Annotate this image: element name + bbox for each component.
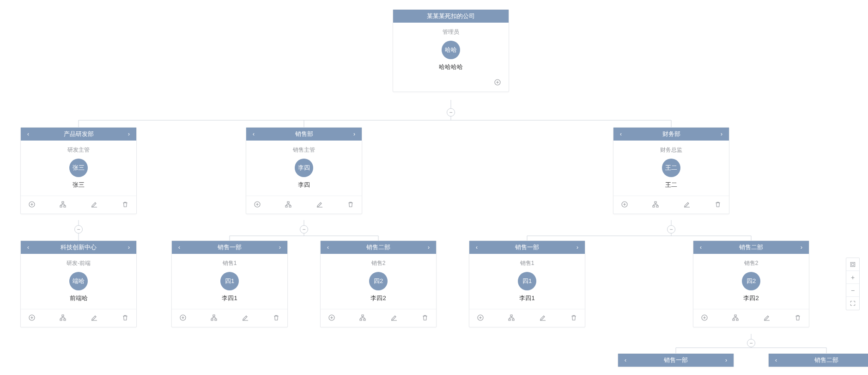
avatar: 四1 <box>518 272 536 290</box>
next-sibling-button[interactable]: › <box>274 241 285 254</box>
role-label: 管理员 <box>398 28 504 36</box>
node-footer <box>21 309 136 327</box>
prev-sibling-button[interactable]: ‹ <box>23 241 34 254</box>
prev-sibling-button[interactable]: ‹ <box>248 128 259 141</box>
node-header: ‹ 财务部 › <box>613 128 729 141</box>
next-sibling-button[interactable]: › <box>572 241 583 254</box>
collapse-toggle[interactable]: − <box>667 225 675 234</box>
org-node-root: 某某某死扣的公司 管理员 哈哈 哈哈哈哈 <box>393 9 509 92</box>
add-button[interactable] <box>476 313 485 322</box>
edit-button[interactable] <box>315 200 324 209</box>
node-body: 销售1 四1 李四1 <box>172 254 287 309</box>
add-button[interactable] <box>620 200 629 209</box>
node-footer <box>321 309 436 327</box>
collapse-toggle[interactable]: − <box>747 339 755 347</box>
prev-sibling-button[interactable]: ‹ <box>174 241 185 254</box>
next-sibling-button[interactable]: › <box>123 128 134 141</box>
hierarchy-button[interactable] <box>58 313 67 322</box>
edit-button[interactable] <box>762 313 771 322</box>
collapse-toggle[interactable]: − <box>74 225 83 234</box>
hierarchy-button[interactable] <box>651 200 660 209</box>
svg-rect-36 <box>287 202 289 203</box>
org-node-sales-a1: ‹ 销售一部 › 销售1 四1 李四1 <box>171 240 288 327</box>
next-sibling-button[interactable]: › <box>123 241 134 254</box>
svg-rect-58 <box>62 315 64 316</box>
add-button[interactable] <box>27 200 36 209</box>
hierarchy-button[interactable] <box>358 313 367 322</box>
avatar: 四2 <box>369 272 388 290</box>
role-label: 研发-前端 <box>25 259 132 267</box>
edit-button[interactable] <box>241 313 250 322</box>
hierarchy-button[interactable] <box>58 200 67 209</box>
add-button[interactable] <box>327 313 336 322</box>
org-node-level4-1: ‹ 销售一部 › <box>618 353 734 367</box>
node-footer <box>172 309 287 327</box>
node-footer <box>469 309 585 327</box>
next-sibling-button[interactable]: › <box>721 354 732 367</box>
node-header: ‹ 销售一部 › <box>618 354 734 367</box>
node-footer <box>613 196 729 214</box>
delete-button[interactable] <box>121 313 130 322</box>
prev-sibling-button[interactable]: ‹ <box>23 128 34 141</box>
prev-sibling-button[interactable]: ‹ <box>322 241 334 254</box>
node-footer <box>393 78 509 92</box>
next-sibling-button[interactable]: › <box>349 128 360 141</box>
prev-sibling-button[interactable]: ‹ <box>695 241 706 254</box>
minus-icon: − <box>302 227 305 232</box>
edit-button[interactable] <box>90 200 99 209</box>
person-name: 李四2 <box>698 294 804 302</box>
org-node-sales: ‹ 销售部 › 销售主管 李四 李四 <box>246 127 362 214</box>
minus-icon: − <box>669 227 673 232</box>
collapse-toggle[interactable]: − <box>300 225 308 234</box>
node-body: 销售2 四2 李四2 <box>321 254 436 309</box>
delete-button[interactable] <box>793 313 802 322</box>
person-name: 哈哈哈哈 <box>398 63 504 71</box>
delete-button[interactable] <box>121 200 130 209</box>
svg-rect-26 <box>60 206 62 207</box>
add-button[interactable] <box>700 313 709 322</box>
edit-button[interactable] <box>538 313 547 322</box>
org-node-finance: ‹ 财务部 › 财务总监 王二 王二 <box>613 127 729 214</box>
next-sibling-button[interactable]: › <box>796 241 807 254</box>
svg-rect-60 <box>64 319 66 320</box>
hierarchy-button[interactable] <box>507 313 516 322</box>
person-name: 李四 <box>251 181 357 189</box>
role-label: 销售2 <box>325 259 431 267</box>
node-title: 销售一部 <box>515 244 539 251</box>
hierarchy-button[interactable] <box>731 313 740 322</box>
svg-rect-37 <box>285 206 287 207</box>
zoom-in-button[interactable]: + <box>846 271 859 284</box>
fullscreen-button[interactable] <box>846 297 859 310</box>
edit-button[interactable] <box>90 313 99 322</box>
hierarchy-button[interactable] <box>209 313 219 322</box>
edit-button[interactable] <box>682 200 692 209</box>
add-button[interactable] <box>27 313 36 322</box>
node-header: ‹ 销售一部 › <box>469 241 585 254</box>
fit-screen-button[interactable] <box>846 258 859 271</box>
add-child-button[interactable] <box>493 78 502 87</box>
delete-button[interactable] <box>713 200 722 209</box>
hierarchy-button[interactable] <box>284 200 293 209</box>
minus-icon: − <box>77 227 80 232</box>
next-sibling-button[interactable]: › <box>716 128 727 141</box>
prev-sibling-button[interactable]: ‹ <box>771 354 782 367</box>
prev-sibling-button[interactable]: ‹ <box>615 128 626 141</box>
collapse-toggle[interactable]: − <box>447 108 455 117</box>
delete-button[interactable] <box>420 313 430 322</box>
delete-button[interactable] <box>346 200 355 209</box>
node-title: 产品研发部 <box>64 130 94 137</box>
delete-button[interactable] <box>272 313 281 322</box>
edit-button[interactable] <box>389 313 399 322</box>
delete-button[interactable] <box>569 313 578 322</box>
add-button[interactable] <box>178 313 188 322</box>
prev-sibling-button[interactable]: ‹ <box>471 241 482 254</box>
next-sibling-button[interactable]: › <box>423 241 434 254</box>
svg-rect-104 <box>736 319 738 320</box>
zoom-out-button[interactable]: − <box>846 284 859 297</box>
role-label: 销售1 <box>176 259 283 267</box>
node-header: ‹ 销售一部 › <box>172 241 287 254</box>
node-body: 销售2 四2 李四2 <box>693 254 809 309</box>
add-button[interactable] <box>253 200 262 209</box>
node-body: 研发-前端 端哈 前端哈 <box>21 254 136 309</box>
prev-sibling-button[interactable]: ‹ <box>620 354 631 367</box>
